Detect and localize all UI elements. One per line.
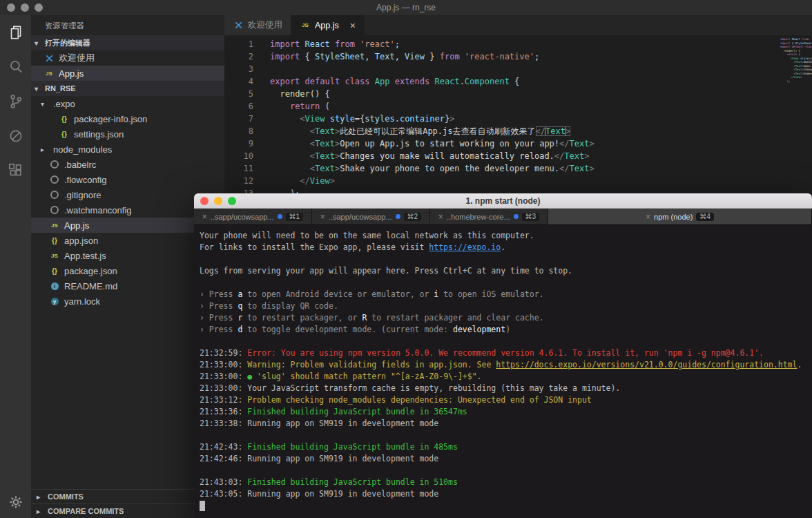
terminal-line: Logs from serving your app will appear h…: [200, 265, 806, 277]
close-tab-icon[interactable]: [438, 212, 443, 222]
line-number: 1: [224, 38, 253, 50]
minimize-window-button[interactable]: [21, 3, 29, 12]
activity-dot-icon: [396, 214, 400, 219]
folder-name: RN_RSE: [45, 84, 76, 93]
tree-item-label: App.js: [64, 220, 89, 231]
tree-item[interactable]: .flowconfig: [31, 172, 224, 187]
close-tab-icon[interactable]: [646, 212, 650, 222]
js-icon: [49, 250, 60, 261]
terminal-line: 21:42:46: Running app on SM919 in develo…: [200, 453, 806, 465]
tab-label: App.js: [315, 21, 339, 30]
terminal-line: 21:32:59: Error: You are using npm versi…: [200, 347, 806, 359]
config-icon: [49, 204, 60, 215]
chevron-right-icon: [41, 146, 49, 153]
sidebar-title: 资源管理器: [31, 15, 224, 35]
line-number: 5: [224, 88, 253, 100]
tree-item[interactable]: .babelrc: [31, 157, 224, 172]
line-number: 2: [224, 50, 253, 63]
json-icon: [49, 265, 60, 276]
vscode-titlebar: App.js — rn_rse: [0, 0, 812, 15]
settings-gear-icon[interactable]: [0, 486, 31, 518]
tree-item-label: settings.json: [74, 129, 124, 140]
tab-welcome[interactable]: 欢迎使用: [224, 15, 291, 35]
terminal-line: For links to install the Expo app, pleas…: [200, 242, 806, 253]
minimize-window-button[interactable]: [214, 197, 222, 205]
terminal-link[interactable]: https://expo.io: [429, 242, 501, 252]
code-line: 6 return (: [224, 100, 780, 113]
terminal-titlebar[interactable]: 1. npm start (node): [194, 193, 812, 209]
close-tab-icon[interactable]: ×: [350, 20, 356, 31]
code-line: 2import { StyleSheet, Text, View } from …: [224, 50, 780, 63]
tree-item-label: App.test.js: [64, 251, 106, 261]
terminal-tab-label: ..sapp/ucowsapp...: [211, 213, 274, 221]
terminal-line: Your phone will need to be on the same l…: [200, 230, 806, 242]
terminal-cursor: [200, 501, 205, 511]
chevron-down-icon: [35, 85, 43, 93]
terminal-line: 21:33:00: Your JavaScript transform cach…: [200, 383, 806, 394]
search-icon[interactable]: [0, 50, 31, 84]
line-number: 4: [224, 75, 253, 88]
extensions-icon[interactable]: [0, 153, 31, 188]
open-editor-item[interactable]: App.js: [31, 66, 224, 81]
chevron-right-icon: [37, 493, 45, 501]
compare-commits-label: COMPARE COMMITS: [48, 507, 124, 515]
tab-shortcut-badge: ⌘2: [404, 213, 422, 221]
open-editors-header[interactable]: 打开的编辑器: [31, 35, 224, 50]
source-control-icon[interactable]: [0, 84, 31, 119]
terminal-line: 21:43:05: Running app on SM919 in develo…: [200, 488, 806, 500]
close-tab-icon[interactable]: [320, 212, 325, 222]
terminal-tab[interactable]: ..sapp/ucowsapp...⌘2: [312, 209, 430, 224]
json-icon: [59, 113, 70, 124]
terminal-line: 21:33:00: Warning: Problem validating fi…: [200, 359, 806, 371]
terminal-line: [200, 253, 806, 265]
zoom-window-button[interactable]: [228, 197, 236, 205]
folder-section-header[interactable]: RN_RSE: [31, 81, 224, 96]
tree-item[interactable]: settings.json: [31, 126, 224, 142]
terminal-output[interactable]: Your phone will need to be on the same l…: [194, 226, 812, 518]
terminal-line: [200, 430, 806, 441]
tree-item[interactable]: .expo: [31, 96, 224, 111]
line-number: 9: [224, 137, 253, 150]
code-line: 11 <Text>Shake your phone to open the de…: [224, 162, 780, 175]
debug-icon[interactable]: [0, 119, 31, 153]
tree-item[interactable]: packager-info.json: [31, 111, 224, 126]
code-line: 8 <Text>此处已经可以正常编辑App.js去查看自动刷新效果了</Text…: [224, 125, 780, 137]
explorer-icon[interactable]: [0, 15, 31, 50]
terminal-line: 21:33:38: Running app on SM919 in develo…: [200, 418, 806, 430]
json-icon: [49, 235, 60, 246]
terminal-line: 21:33:12: Problem checking node_modules …: [200, 394, 806, 406]
line-number: 6: [224, 100, 253, 113]
line-number: 10: [224, 150, 253, 162]
close-window-button[interactable]: [200, 197, 209, 205]
activity-dot-icon: [514, 214, 519, 219]
terminal-tab-bar: ..sapp/ucowsapp...⌘1..sapp/ucowsapp...⌘2…: [194, 209, 812, 225]
close-window-button[interactable]: [7, 3, 15, 12]
tree-item-label: package.json: [64, 266, 117, 276]
terminal-line: › Press d to toggle development mode. (c…: [200, 324, 806, 336]
code-line: 4export default class App extends React.…: [224, 75, 780, 88]
terminal-tab-label: ..sapp/ucowsapp...: [329, 213, 392, 221]
code-line: 10 <Text>Changes you make will automatic…: [224, 150, 780, 162]
terminal-line: › Press r to restart packager, or R to r…: [200, 312, 806, 324]
terminal-link[interactable]: https://docs.expo.io/versions/v21.0.0/gu…: [496, 360, 797, 370]
terminal-line: 21:33:00: ● 'slug' should match pattern …: [200, 371, 806, 383]
terminal-window-controls[interactable]: [200, 197, 236, 205]
close-tab-icon[interactable]: [202, 212, 207, 222]
open-editor-label: 欢迎使用: [59, 52, 95, 64]
terminal-tab[interactable]: ..sapp/ucowsapp...⌘1: [194, 209, 312, 224]
tree-item[interactable]: node_modules: [31, 142, 224, 157]
terminal-line: 21:42:43: Finished building JavaScript b…: [200, 441, 806, 453]
zoom-window-button[interactable]: [35, 3, 43, 12]
terminal-tab[interactable]: ..homebrew-core...⌘3: [430, 209, 548, 224]
tab-appjs[interactable]: App.js ×: [291, 15, 365, 35]
code-line: 7 <View style={styles.container}>: [224, 113, 780, 125]
commits-label: COMMITS: [48, 492, 84, 501]
window-controls[interactable]: [7, 3, 43, 12]
open-editor-item[interactable]: 欢迎使用: [31, 50, 224, 66]
terminal-tab[interactable]: npm (node)⌘4: [548, 209, 812, 224]
terminal-line: [200, 336, 806, 347]
tree-item-label: app.json: [64, 236, 98, 246]
js-icon: [44, 68, 55, 79]
activity-dot-icon: [278, 214, 282, 219]
chevron-right-icon: [37, 508, 45, 515]
